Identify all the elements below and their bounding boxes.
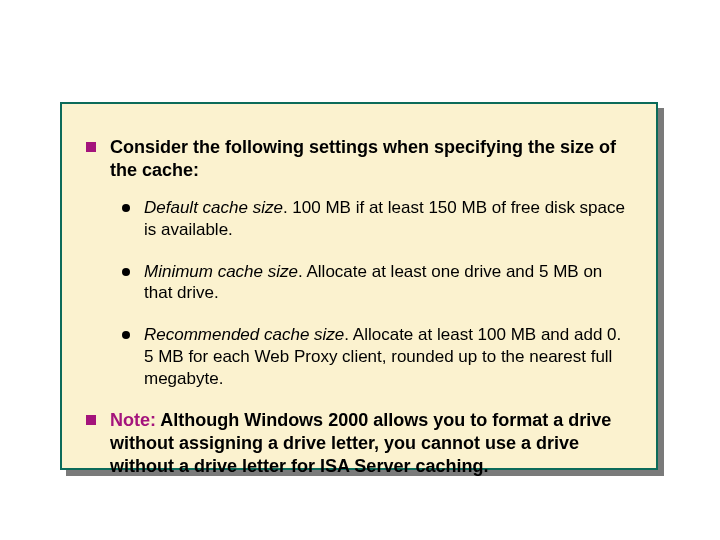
list-item-text: Recommended cache size. Allocate at leas… bbox=[144, 324, 632, 389]
list-item: Recommended cache size. Allocate at leas… bbox=[122, 324, 632, 389]
list-item-lead: Minimum cache size bbox=[144, 262, 298, 281]
content-panel: Consider the following settings when spe… bbox=[60, 102, 658, 470]
slide: Consider the following settings when spe… bbox=[0, 0, 720, 540]
list-item-text: Minimum cache size. Allocate at least on… bbox=[144, 261, 632, 305]
list-item: Default cache size. 100 MB if at least 1… bbox=[122, 197, 632, 241]
square-bullet-icon bbox=[86, 415, 96, 425]
note-row: Note: Although Windows 2000 allows you t… bbox=[86, 409, 632, 478]
note-text: Note: Although Windows 2000 allows you t… bbox=[110, 409, 632, 478]
round-bullet-icon bbox=[122, 268, 130, 276]
sub-list: Default cache size. 100 MB if at least 1… bbox=[122, 197, 632, 389]
heading-row: Consider the following settings when spe… bbox=[86, 136, 632, 181]
heading-text: Consider the following settings when spe… bbox=[110, 136, 632, 181]
note-body: Although Windows 2000 allows you to form… bbox=[110, 410, 611, 476]
list-item-lead: Recommended cache size bbox=[144, 325, 344, 344]
list-item-text: Default cache size. 100 MB if at least 1… bbox=[144, 197, 632, 241]
square-bullet-icon bbox=[86, 142, 96, 152]
list-item-lead: Default cache size bbox=[144, 198, 283, 217]
note-label: Note: bbox=[110, 410, 156, 430]
round-bullet-icon bbox=[122, 331, 130, 339]
list-item: Minimum cache size. Allocate at least on… bbox=[122, 261, 632, 305]
round-bullet-icon bbox=[122, 204, 130, 212]
